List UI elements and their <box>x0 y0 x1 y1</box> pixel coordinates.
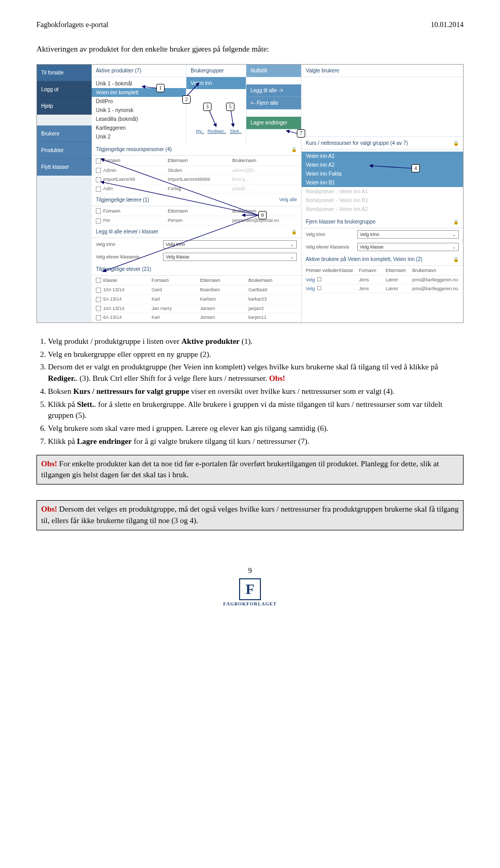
product-item[interactable]: Unik 1 - bokmål <box>92 79 186 88</box>
leggtil-select-1[interactable]: Velg klasse <box>163 253 297 261</box>
table-row[interactable]: AdminSkolenadmin@fb… <box>92 166 301 176</box>
leggtil-select-0[interactable]: Velg trinn <box>163 240 297 249</box>
aktive-title-row: Aktive brukere på Veien inn komplett, Ve… <box>302 253 463 266</box>
sidebar-item-flytt[interactable]: Flytt klasser <box>37 159 92 176</box>
th-klasse: Klasse <box>103 278 152 283</box>
logo-text: FAGBOKFORLAGET <box>223 601 277 606</box>
fjern-select-0[interactable]: Velg trinn <box>357 230 459 239</box>
fjern-row-0: Velg trinn Velg trinn <box>302 228 463 241</box>
table-row[interactable]: 5A 13/14KarlKarlsenkarkar23 <box>92 295 301 304</box>
action-buttons-panel: Nullstill Legg til alle -> <- Fjern alle… <box>246 65 301 143</box>
leggtil-row-1: Velg elever klassevis Velg klasse <box>92 251 301 263</box>
sidebar-item-loggut[interactable]: Logg ut <box>37 81 92 98</box>
group-rediger-link[interactable]: Rediger.. <box>207 129 226 134</box>
elever-head: Klasse Fornavn Etternavn Brukernavn <box>92 276 301 286</box>
header-left: Fagbokforlagets e-portal <box>36 21 108 29</box>
publisher-logo: F FAGBOKFORLAGET <box>36 578 464 606</box>
kurs-item[interactable]: Veien inn B1 <box>302 178 463 187</box>
valgte-title: Valgte brukere <box>306 68 339 73</box>
th-fornavn: Fornavn <box>103 158 168 164</box>
product-item[interactable]: Kartleggeren <box>92 123 186 132</box>
ressurs-title-row: Tilgjengelige ressurspersoner (4) <box>92 143 301 156</box>
lock-icon <box>453 140 459 146</box>
kurs-item[interactable]: Norskprøver - Veien inn A2 <box>302 205 463 214</box>
step-item: Klikk på Lagre endringer for å gi valgte… <box>48 436 464 448</box>
fjern-alle-button[interactable]: <- Fjern alle <box>246 97 301 109</box>
center-column: Aktive produkter (7) Unik 1 - bokmålVeie… <box>92 65 302 323</box>
kurs-item[interactable]: Norskprøver - Veien inn A1 <box>302 187 463 196</box>
table-row[interactable]: ImportLaerer99ImportLaerere99999knut.g… <box>92 175 301 184</box>
step-item: Velg en brukergruppe eller opprett en ny… <box>48 349 464 361</box>
annot-4: 4 <box>411 164 420 172</box>
steps-list: Velg produkt / produktgruppe i listen ov… <box>48 336 464 448</box>
laerere-head: Fornavn Etternavn Brukernavn <box>92 206 301 217</box>
fjern-title: Fjern klasser fra brukergruppe <box>306 219 376 225</box>
product-item[interactable]: Lesedilla (bokmål) <box>92 115 186 123</box>
ressurs-title: Tilgjengelige ressurspersoner (4) <box>96 146 172 152</box>
th-etternavn: Etternavn <box>168 208 232 214</box>
th-fornavn: Fornavn <box>152 278 200 283</box>
sidebar-item-brukere[interactable]: Brukere <box>37 126 92 142</box>
group-item[interactable]: Veien inn <box>186 77 246 89</box>
group-slett-link[interactable]: Slett.. <box>230 129 242 134</box>
lock-icon <box>291 229 297 234</box>
sidebar-item-forside[interactable]: Til forside <box>37 65 92 81</box>
step-item: Klikk på Slett.. for å slette en brukerg… <box>48 399 464 422</box>
th-etternavn: Etternavn <box>385 268 412 273</box>
table-row[interactable]: 10A 13/14Jan HarryJansenjanjan3 <box>92 304 301 314</box>
product-item[interactable]: Unik 1 - nynorsk <box>92 106 186 115</box>
product-item[interactable]: DrillPro <box>92 97 186 106</box>
elever-rows: 10A 13/14GardBaardsenGarBaa95A 13/14Karl… <box>92 286 301 323</box>
step-item: Boksen Kurs / nettressurs for valgt grup… <box>48 386 464 398</box>
nullstill-button[interactable]: Nullstill <box>246 65 301 77</box>
elever-title-row: Tilgjengelige elever (21) <box>92 263 301 276</box>
legg-til-alle-button[interactable]: Legg til alle -> <box>246 84 301 97</box>
screenshot-container: Til forside Logg ut Hjelp Brukere Produk… <box>36 64 464 323</box>
kurs-item[interactable]: Veien inn A2 <box>302 160 463 169</box>
table-row[interactable]: AdmForlagjulia@… <box>92 184 301 194</box>
step-item: Dersom det er valgt en produktgruppe (he… <box>48 362 464 385</box>
logo-mark: F <box>239 578 261 600</box>
sidebar-item-hjelp[interactable]: Hjelp <box>37 98 92 115</box>
th-etternavn: Etternavn <box>168 158 232 164</box>
page-number: 9 <box>36 567 464 575</box>
annot-5: 5 <box>226 103 234 111</box>
kurs-item[interactable]: Norskprøver - Veien inn B1 <box>302 196 463 205</box>
product-item[interactable]: Unik 2 <box>92 132 186 141</box>
callout-1: Obs! For enkelte produkter kan det ta no… <box>36 455 464 485</box>
lock-icon <box>291 146 297 152</box>
kurs-item[interactable]: Veien inn A1 <box>302 152 463 160</box>
kurs-item[interactable]: Veien inn Fakta <box>302 169 463 178</box>
ressurs-head: Fornavn Etternavn Brukernavn <box>92 156 301 166</box>
aktive-rows: Velg JensLærerjens@kartleggeren.noVelg J… <box>302 276 463 293</box>
velg-alle-link[interactable]: Velg alle <box>279 197 297 202</box>
leggtil-title-row: Legg til alle elever i klasser <box>92 226 301 238</box>
ressurs-rows: AdminSkolenadmin@fb…ImportLaerer99Import… <box>92 166 301 194</box>
header-right: 10.01.2014 <box>431 21 464 29</box>
product-item[interactable]: Veien inn komplett <box>92 88 186 97</box>
leggtil-label-0: Velg trinn <box>96 242 160 247</box>
annot-2: 2 <box>182 95 191 104</box>
table-row[interactable]: 6A 13/14KariJensenkarjen11 <box>92 313 301 323</box>
group-ny-link[interactable]: Ny.. <box>196 129 204 134</box>
table-row[interactable]: PerPersenperpersen@eportal.no <box>92 216 301 226</box>
intro-text: Aktiveringen av produktet for den enkelt… <box>36 45 464 54</box>
fjern-select-1[interactable]: Velg klasse <box>357 243 459 251</box>
products-panel: Aktive produkter (7) Unik 1 - bokmålVeie… <box>92 65 186 143</box>
products-title: Aktive produkter (7) <box>96 68 141 73</box>
products-list[interactable]: Unik 1 - bokmålVeien inn komplettDrillPr… <box>92 77 186 143</box>
sidebar-item-produkter[interactable]: Produkter <box>37 142 92 159</box>
app-sidebar: Til forside Logg ut Hjelp Brukere Produk… <box>37 65 92 323</box>
groups-title: Brukergrupper <box>191 68 224 73</box>
fjern-row-1: Velg elever klassevis Velg klasse <box>302 241 463 253</box>
app-screenshot: Til forside Logg ut Hjelp Brukere Produk… <box>36 64 464 323</box>
laerere-title: Tilgjengelige lærere (1) <box>96 197 149 203</box>
table-row[interactable]: Velg JensLærerjens@kartleggeren.no <box>302 284 463 293</box>
th-pv: Primær veileder <box>306 268 339 273</box>
table-row[interactable]: Velg JensLærerjens@kartleggeren.no <box>302 276 463 284</box>
lagre-button[interactable]: Lagre endringer <box>246 117 301 129</box>
leggtil-row-0: Velg trinn Velg trinn <box>92 238 301 251</box>
table-row[interactable]: 10A 13/14GardBaardsenGarBaa9 <box>92 286 301 295</box>
kurs-list[interactable]: Veien inn A1Veien inn A2Veien inn FaktaV… <box>302 150 463 216</box>
annot-1: 1 <box>156 84 165 92</box>
